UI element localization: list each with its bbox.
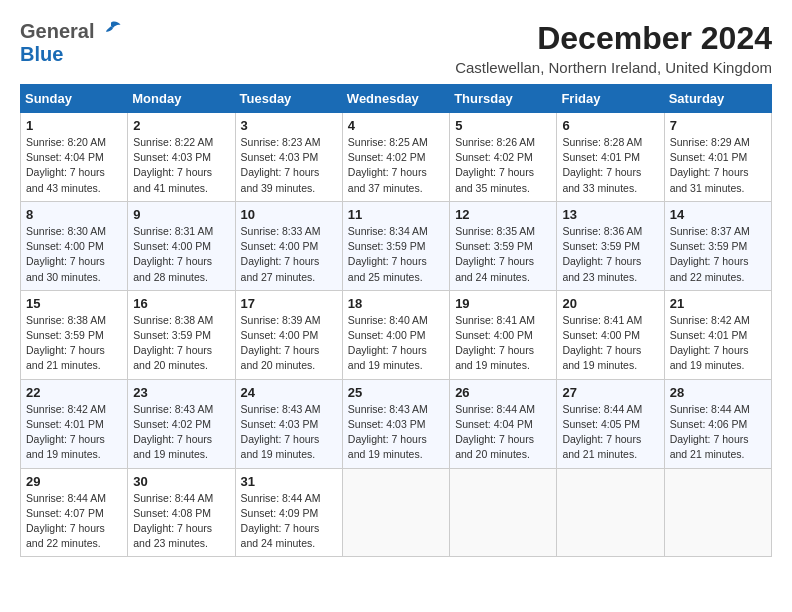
calendar-day-cell: 3Sunrise: 8:23 AMSunset: 4:03 PMDaylight… bbox=[235, 113, 342, 202]
calendar-day-cell: 14Sunrise: 8:37 AMSunset: 3:59 PMDayligh… bbox=[664, 201, 771, 290]
day-number: 9 bbox=[133, 207, 229, 222]
day-detail: Sunrise: 8:38 AMSunset: 3:59 PMDaylight:… bbox=[26, 313, 122, 374]
calendar-day-cell: 22Sunrise: 8:42 AMSunset: 4:01 PMDayligh… bbox=[21, 379, 128, 468]
day-number: 10 bbox=[241, 207, 337, 222]
day-number: 19 bbox=[455, 296, 551, 311]
day-number: 21 bbox=[670, 296, 766, 311]
day-number: 15 bbox=[26, 296, 122, 311]
day-detail: Sunrise: 8:35 AMSunset: 3:59 PMDaylight:… bbox=[455, 224, 551, 285]
weekday-header-row: SundayMondayTuesdayWednesdayThursdayFrid… bbox=[21, 85, 772, 113]
weekday-header-cell: Friday bbox=[557, 85, 664, 113]
day-detail: Sunrise: 8:22 AMSunset: 4:03 PMDaylight:… bbox=[133, 135, 229, 196]
day-detail: Sunrise: 8:39 AMSunset: 4:00 PMDaylight:… bbox=[241, 313, 337, 374]
day-number: 22 bbox=[26, 385, 122, 400]
calendar-week-row: 15Sunrise: 8:38 AMSunset: 3:59 PMDayligh… bbox=[21, 290, 772, 379]
calendar-day-cell: 17Sunrise: 8:39 AMSunset: 4:00 PMDayligh… bbox=[235, 290, 342, 379]
calendar-day-cell bbox=[557, 468, 664, 557]
calendar-day-cell: 13Sunrise: 8:36 AMSunset: 3:59 PMDayligh… bbox=[557, 201, 664, 290]
calendar-day-cell: 8Sunrise: 8:30 AMSunset: 4:00 PMDaylight… bbox=[21, 201, 128, 290]
day-number: 8 bbox=[26, 207, 122, 222]
day-detail: Sunrise: 8:43 AMSunset: 4:02 PMDaylight:… bbox=[133, 402, 229, 463]
calendar-day-cell: 10Sunrise: 8:33 AMSunset: 4:00 PMDayligh… bbox=[235, 201, 342, 290]
title-block: December 2024 Castlewellan, Northern Ire… bbox=[455, 20, 772, 76]
logo-blue-text: Blue bbox=[20, 43, 63, 66]
calendar-day-cell: 11Sunrise: 8:34 AMSunset: 3:59 PMDayligh… bbox=[342, 201, 449, 290]
calendar-day-cell: 29Sunrise: 8:44 AMSunset: 4:07 PMDayligh… bbox=[21, 468, 128, 557]
day-number: 26 bbox=[455, 385, 551, 400]
day-detail: Sunrise: 8:43 AMSunset: 4:03 PMDaylight:… bbox=[241, 402, 337, 463]
calendar-day-cell: 26Sunrise: 8:44 AMSunset: 4:04 PMDayligh… bbox=[450, 379, 557, 468]
day-detail: Sunrise: 8:37 AMSunset: 3:59 PMDaylight:… bbox=[670, 224, 766, 285]
calendar-day-cell: 31Sunrise: 8:44 AMSunset: 4:09 PMDayligh… bbox=[235, 468, 342, 557]
day-detail: Sunrise: 8:20 AMSunset: 4:04 PMDaylight:… bbox=[26, 135, 122, 196]
logo: General Blue bbox=[20, 20, 122, 66]
day-number: 31 bbox=[241, 474, 337, 489]
calendar-day-cell: 28Sunrise: 8:44 AMSunset: 4:06 PMDayligh… bbox=[664, 379, 771, 468]
day-detail: Sunrise: 8:31 AMSunset: 4:00 PMDaylight:… bbox=[133, 224, 229, 285]
calendar-day-cell: 15Sunrise: 8:38 AMSunset: 3:59 PMDayligh… bbox=[21, 290, 128, 379]
calendar-week-row: 8Sunrise: 8:30 AMSunset: 4:00 PMDaylight… bbox=[21, 201, 772, 290]
day-detail: Sunrise: 8:42 AMSunset: 4:01 PMDaylight:… bbox=[670, 313, 766, 374]
calendar-day-cell: 24Sunrise: 8:43 AMSunset: 4:03 PMDayligh… bbox=[235, 379, 342, 468]
month-title: December 2024 bbox=[455, 20, 772, 57]
day-number: 29 bbox=[26, 474, 122, 489]
day-number: 14 bbox=[670, 207, 766, 222]
calendar-day-cell: 6Sunrise: 8:28 AMSunset: 4:01 PMDaylight… bbox=[557, 113, 664, 202]
day-number: 24 bbox=[241, 385, 337, 400]
calendar-day-cell: 7Sunrise: 8:29 AMSunset: 4:01 PMDaylight… bbox=[664, 113, 771, 202]
day-number: 25 bbox=[348, 385, 444, 400]
day-detail: Sunrise: 8:30 AMSunset: 4:00 PMDaylight:… bbox=[26, 224, 122, 285]
calendar-day-cell: 21Sunrise: 8:42 AMSunset: 4:01 PMDayligh… bbox=[664, 290, 771, 379]
day-detail: Sunrise: 8:33 AMSunset: 4:00 PMDaylight:… bbox=[241, 224, 337, 285]
day-number: 5 bbox=[455, 118, 551, 133]
calendar-day-cell: 27Sunrise: 8:44 AMSunset: 4:05 PMDayligh… bbox=[557, 379, 664, 468]
weekday-header-cell: Monday bbox=[128, 85, 235, 113]
weekday-header-cell: Wednesday bbox=[342, 85, 449, 113]
calendar-day-cell: 1Sunrise: 8:20 AMSunset: 4:04 PMDaylight… bbox=[21, 113, 128, 202]
calendar-day-cell: 30Sunrise: 8:44 AMSunset: 4:08 PMDayligh… bbox=[128, 468, 235, 557]
day-detail: Sunrise: 8:44 AMSunset: 4:04 PMDaylight:… bbox=[455, 402, 551, 463]
logo-general-text: General bbox=[20, 20, 94, 43]
weekday-header-cell: Sunday bbox=[21, 85, 128, 113]
calendar-day-cell: 2Sunrise: 8:22 AMSunset: 4:03 PMDaylight… bbox=[128, 113, 235, 202]
day-number: 6 bbox=[562, 118, 658, 133]
day-detail: Sunrise: 8:44 AMSunset: 4:09 PMDaylight:… bbox=[241, 491, 337, 552]
day-number: 13 bbox=[562, 207, 658, 222]
day-number: 18 bbox=[348, 296, 444, 311]
day-number: 7 bbox=[670, 118, 766, 133]
calendar-day-cell bbox=[664, 468, 771, 557]
day-number: 3 bbox=[241, 118, 337, 133]
day-detail: Sunrise: 8:41 AMSunset: 4:00 PMDaylight:… bbox=[455, 313, 551, 374]
day-detail: Sunrise: 8:34 AMSunset: 3:59 PMDaylight:… bbox=[348, 224, 444, 285]
calendar-week-row: 22Sunrise: 8:42 AMSunset: 4:01 PMDayligh… bbox=[21, 379, 772, 468]
day-detail: Sunrise: 8:44 AMSunset: 4:08 PMDaylight:… bbox=[133, 491, 229, 552]
weekday-header-cell: Thursday bbox=[450, 85, 557, 113]
calendar-day-cell bbox=[450, 468, 557, 557]
day-detail: Sunrise: 8:29 AMSunset: 4:01 PMDaylight:… bbox=[670, 135, 766, 196]
calendar-day-cell: 20Sunrise: 8:41 AMSunset: 4:00 PMDayligh… bbox=[557, 290, 664, 379]
calendar-day-cell: 4Sunrise: 8:25 AMSunset: 4:02 PMDaylight… bbox=[342, 113, 449, 202]
day-number: 11 bbox=[348, 207, 444, 222]
calendar-week-row: 1Sunrise: 8:20 AMSunset: 4:04 PMDaylight… bbox=[21, 113, 772, 202]
calendar-day-cell: 9Sunrise: 8:31 AMSunset: 4:00 PMDaylight… bbox=[128, 201, 235, 290]
day-number: 17 bbox=[241, 296, 337, 311]
day-detail: Sunrise: 8:44 AMSunset: 4:06 PMDaylight:… bbox=[670, 402, 766, 463]
day-detail: Sunrise: 8:26 AMSunset: 4:02 PMDaylight:… bbox=[455, 135, 551, 196]
day-number: 27 bbox=[562, 385, 658, 400]
calendar-day-cell: 25Sunrise: 8:43 AMSunset: 4:03 PMDayligh… bbox=[342, 379, 449, 468]
day-detail: Sunrise: 8:40 AMSunset: 4:00 PMDaylight:… bbox=[348, 313, 444, 374]
day-detail: Sunrise: 8:44 AMSunset: 4:05 PMDaylight:… bbox=[562, 402, 658, 463]
day-detail: Sunrise: 8:42 AMSunset: 4:01 PMDaylight:… bbox=[26, 402, 122, 463]
logo-bird-icon bbox=[100, 19, 122, 41]
day-detail: Sunrise: 8:28 AMSunset: 4:01 PMDaylight:… bbox=[562, 135, 658, 196]
day-number: 23 bbox=[133, 385, 229, 400]
day-detail: Sunrise: 8:23 AMSunset: 4:03 PMDaylight:… bbox=[241, 135, 337, 196]
day-detail: Sunrise: 8:36 AMSunset: 3:59 PMDaylight:… bbox=[562, 224, 658, 285]
calendar-table: SundayMondayTuesdayWednesdayThursdayFrid… bbox=[20, 84, 772, 557]
weekday-header-cell: Saturday bbox=[664, 85, 771, 113]
day-number: 30 bbox=[133, 474, 229, 489]
page-header: General Blue December 2024 Castlewellan,… bbox=[20, 20, 772, 76]
day-detail: Sunrise: 8:41 AMSunset: 4:00 PMDaylight:… bbox=[562, 313, 658, 374]
calendar-day-cell: 12Sunrise: 8:35 AMSunset: 3:59 PMDayligh… bbox=[450, 201, 557, 290]
day-detail: Sunrise: 8:38 AMSunset: 3:59 PMDaylight:… bbox=[133, 313, 229, 374]
